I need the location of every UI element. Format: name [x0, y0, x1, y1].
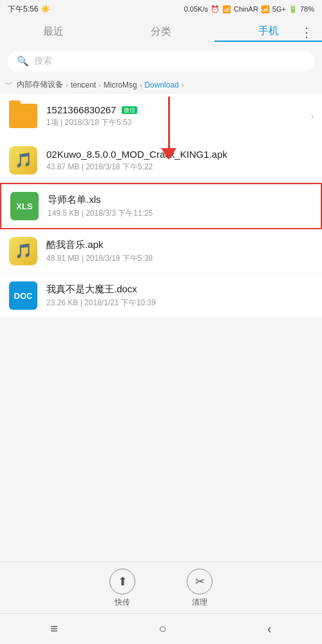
breadcrumb-chevron-icon[interactable]: ﹀	[5, 79, 13, 90]
breadcrumb-sep-3: ›	[182, 81, 184, 89]
wifi-icon: 📶	[222, 5, 231, 14]
back-button[interactable]: ‹	[267, 621, 272, 636]
apk1-icon-inner: 🎵	[9, 146, 37, 175]
battery-level: 78%	[300, 5, 314, 13]
file-info-apk1: 02Kuwo_8.5.0.0_MOD_Crack_KING1.apk 43.87…	[46, 149, 314, 173]
file-info-doc: 我真不是大魔王.docx 23.26 KB | 2018/1/21 下午10:3…	[46, 283, 314, 308]
network-type: 5G+	[272, 5, 286, 13]
sun-icon: ☀️	[41, 5, 50, 14]
folder-icon	[9, 104, 37, 128]
status-bar: 下午5:56 ☀️ 0.05K/s ⏰ 📶 ChinAR 📶 5G+ 🔋 78%	[0, 0, 322, 18]
folder-icon-wrap	[8, 100, 39, 131]
file-info-apk2: 酷我音乐.apk 48.81 MB | 2018/3/18 下午5:38	[46, 239, 314, 264]
status-left: 下午5:56 ☀️	[8, 4, 50, 15]
clean-btn[interactable]: ✂ 清理	[187, 569, 213, 608]
apk2-icon-inner: 🎵	[9, 237, 37, 265]
tab-category[interactable]: 分类	[108, 23, 215, 41]
apk1-icon-wrap: 🎵	[8, 145, 39, 176]
breadcrumb-item-1[interactable]: tencent	[71, 80, 96, 90]
file-item-apk1[interactable]: 🎵 02Kuwo_8.5.0.0_MOD_Crack_KING1.apk 43.…	[0, 138, 322, 183]
file-info-xls: 导师名单.xls 149.5 KB | 2018/3/3 下午11:25	[48, 194, 313, 219]
bottom-bar: ⬆ 快传 ✂ 清理	[0, 562, 322, 613]
weixin-badge: 微信	[122, 106, 137, 114]
breadcrumb-item-3[interactable]: Download	[144, 80, 178, 90]
tab-recent[interactable]: 最近	[0, 23, 108, 41]
search-icon: 🔍	[17, 55, 29, 67]
doc-icon: DOC	[9, 281, 37, 310]
nav-tabs: 最近 分类 手机 ⋮	[0, 18, 322, 47]
apk2-icon-wrap: 🎵	[8, 236, 39, 267]
file-name-folder: 1521366830267 微信	[46, 104, 305, 115]
breadcrumb-sep-1: ›	[99, 81, 101, 89]
file-item-doc[interactable]: DOC 我真不是大魔王.docx 23.26 KB | 2018/1/21 下午…	[0, 274, 322, 318]
breadcrumb-item-0[interactable]: 内部存储设备	[17, 79, 63, 90]
apk1-icon: 🎵	[9, 146, 37, 175]
file-arrow-icon: ›	[310, 109, 314, 123]
breadcrumb-item-2[interactable]: MicroMsg	[104, 80, 137, 90]
status-right: 0.05K/s ⏰ 📶 ChinAR 📶 5G+ 🔋 78%	[184, 5, 314, 14]
file-meta-apk1: 43.87 MB | 2018/3/18 下午5:22	[46, 162, 314, 173]
file-meta-folder: 1项 | 2018/3/18 下午5:53	[46, 117, 305, 128]
quick-transfer-label: 快传	[115, 597, 130, 608]
status-time: 下午5:56	[8, 4, 38, 15]
home-button[interactable]: ○	[158, 621, 166, 636]
file-meta-apk2: 48.81 MB | 2018/3/18 下午5:38	[46, 253, 314, 264]
apk2-icon: 🎵	[9, 237, 37, 265]
battery-icon: 🔋	[289, 5, 298, 14]
file-meta-doc: 23.26 KB | 2018/1/21 下午10:39	[46, 298, 314, 308]
file-name-xls: 导师名单.xls	[48, 194, 313, 206]
network-speed: 0.05K/s	[184, 5, 208, 13]
xls-icon: XLS	[10, 192, 39, 220]
file-name-apk1: 02Kuwo_8.5.0.0_MOD_Crack_KING1.apk	[46, 149, 314, 160]
breadcrumb-sep-0: ›	[66, 81, 68, 89]
file-info-folder: 1521366830267 微信 1项 | 2018/3/18 下午5:53	[46, 104, 305, 128]
system-nav-bar: ≡ ○ ‹	[0, 613, 322, 644]
file-item-apk2[interactable]: 🎵 酷我音乐.apk 48.81 MB | 2018/3/18 下午5:38	[0, 229, 322, 274]
alarm-icon: ⏰	[211, 5, 220, 14]
search-bar[interactable]: 🔍 搜索	[8, 51, 314, 71]
file-item-folder[interactable]: 1521366830267 微信 1项 | 2018/3/18 下午5:53 ›	[0, 94, 322, 138]
doc-icon-wrap: DOC	[8, 280, 39, 311]
search-placeholder: 搜索	[34, 55, 52, 67]
file-name-doc: 我真不是大魔王.docx	[46, 283, 314, 296]
file-list: 1521366830267 微信 1项 | 2018/3/18 下午5:53 ›…	[0, 94, 322, 318]
xls-icon-wrap: XLS	[9, 191, 40, 222]
quick-transfer-icon: ⬆	[109, 569, 135, 594]
file-item-xls[interactable]: XLS 导师名单.xls 149.5 KB | 2018/3/3 下午11:25	[0, 183, 322, 229]
file-name-apk2: 酷我音乐.apk	[46, 239, 314, 251]
clean-label: 清理	[192, 597, 207, 608]
breadcrumb: ﹀ 内部存储设备 › tencent › MicroMsg › Download…	[0, 75, 322, 94]
quick-transfer-btn[interactable]: ⬆ 快传	[109, 569, 135, 608]
clean-icon: ✂	[187, 569, 213, 594]
menu-button[interactable]: ≡	[50, 621, 58, 636]
carrier: ChinAR	[234, 5, 258, 13]
signal-icon: 📶	[261, 5, 270, 14]
breadcrumb-sep-2: ›	[140, 81, 142, 89]
file-meta-xls: 149.5 KB | 2018/3/3 下午11:25	[48, 208, 313, 219]
more-menu-icon[interactable]: ⋮	[300, 24, 313, 40]
